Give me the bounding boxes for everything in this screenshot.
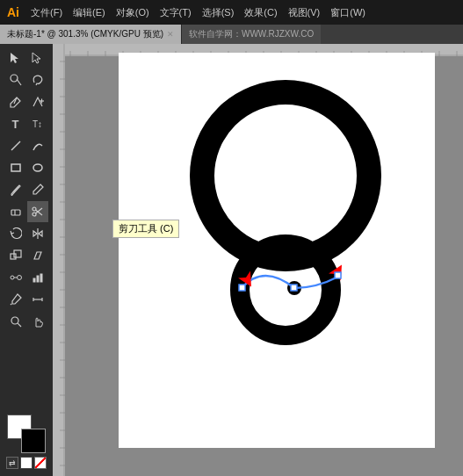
zoom-tool[interactable] bbox=[5, 311, 26, 332]
blend-tool[interactable] bbox=[5, 267, 26, 288]
menu-type[interactable]: 文字(T) bbox=[156, 4, 196, 21]
svg-rect-59 bbox=[53, 44, 65, 476]
pencil-tool[interactable] bbox=[27, 179, 48, 200]
arc-tool[interactable] bbox=[27, 135, 48, 156]
line-tool[interactable] bbox=[5, 135, 26, 156]
svg-rect-25 bbox=[33, 278, 35, 282]
tool-row-11 bbox=[0, 267, 53, 288]
svg-marker-18 bbox=[39, 231, 42, 236]
tab-close-1[interactable]: ✕ bbox=[167, 30, 174, 39]
tab-bar: 未标题-1* @ 301.3% (CMYK/GPU 预览) ✕ 软件自学网：WW… bbox=[0, 25, 463, 44]
canvas-area[interactable]: 剪刀工具 (C) bbox=[53, 44, 463, 476]
pen-tool[interactable] bbox=[5, 91, 26, 112]
reflect-tool[interactable] bbox=[27, 223, 48, 244]
tool-row-3 bbox=[0, 91, 53, 112]
svg-point-3 bbox=[11, 75, 18, 82]
anchor-center bbox=[291, 285, 297, 291]
add-anchor-tool[interactable] bbox=[27, 91, 48, 112]
tab-label-2: 软件自学网：WWW.RJZXW.CO bbox=[189, 28, 314, 40]
tab-document1[interactable]: 未标题-1* @ 301.3% (CMYK/GPU 预览) ✕ bbox=[0, 25, 182, 44]
ellipse-tool[interactable] bbox=[27, 157, 48, 178]
hand-tool[interactable] bbox=[27, 311, 48, 332]
svg-marker-1 bbox=[33, 53, 40, 63]
tool-row-13 bbox=[0, 311, 53, 332]
svg-line-28 bbox=[11, 304, 11, 305]
scissors-tool[interactable] bbox=[27, 201, 48, 222]
svg-point-9 bbox=[33, 164, 42, 171]
svg-line-7 bbox=[11, 141, 20, 150]
menu-edit[interactable]: 编辑(E) bbox=[69, 4, 110, 21]
tool-row-4: T T↕ bbox=[0, 113, 53, 134]
menu-select[interactable]: 选择(S) bbox=[198, 4, 239, 21]
svg-line-33 bbox=[18, 323, 21, 327]
title-bar: Ai 文件(F) 编辑(E) 对象(O) 文字(T) 选择(S) 效果(C) 视… bbox=[0, 0, 463, 25]
tab-document2[interactable]: 软件自学网：WWW.RJZXW.CO bbox=[182, 25, 321, 44]
svg-marker-0 bbox=[11, 53, 18, 63]
tool-row-7 bbox=[0, 179, 53, 200]
rotate-tool[interactable] bbox=[5, 223, 26, 244]
ai-logo: Ai bbox=[7, 5, 19, 19]
svg-rect-10 bbox=[11, 210, 20, 215]
eraser-tool[interactable] bbox=[5, 201, 26, 222]
eyedropper-tool[interactable] bbox=[5, 289, 26, 310]
tool-row-6 bbox=[0, 157, 53, 178]
svg-rect-19 bbox=[11, 254, 16, 259]
svg-point-86 bbox=[202, 92, 369, 259]
tool-row-10 bbox=[0, 245, 53, 266]
no-color-btn[interactable] bbox=[34, 457, 47, 469]
direct-selection-tool[interactable] bbox=[27, 47, 48, 69]
menu-bar: 文件(F) 编辑(E) 对象(O) 文字(T) 选择(S) 效果(C) 视图(V… bbox=[26, 4, 370, 21]
ruler-left bbox=[53, 44, 65, 476]
svg-point-32 bbox=[11, 317, 18, 324]
tool-row-5 bbox=[0, 135, 53, 156]
type-tool[interactable]: T bbox=[5, 113, 26, 134]
tool-row-1 bbox=[0, 47, 53, 69]
menu-effect[interactable]: 效果(C) bbox=[240, 4, 281, 21]
stroke-color[interactable] bbox=[21, 429, 46, 453]
artwork-svg bbox=[119, 53, 435, 448]
svg-rect-27 bbox=[40, 274, 42, 282]
svg-rect-8 bbox=[11, 164, 20, 171]
svg-point-23 bbox=[17, 276, 21, 280]
lasso-tool[interactable] bbox=[27, 69, 48, 90]
menu-window[interactable]: 窗口(W) bbox=[326, 4, 370, 21]
tool-row-8 bbox=[0, 201, 53, 222]
shear-tool[interactable] bbox=[27, 245, 48, 266]
color-tiny-controls: ⇄ bbox=[6, 457, 47, 469]
color-boxes bbox=[7, 415, 46, 453]
selection-tool[interactable] bbox=[5, 47, 26, 69]
tool-row-9 bbox=[0, 223, 53, 244]
anchor-right bbox=[335, 272, 341, 278]
menu-object[interactable]: 对象(O) bbox=[112, 4, 154, 21]
svg-marker-21 bbox=[34, 252, 41, 259]
anchor-left bbox=[239, 285, 245, 291]
tab-label-1: 未标题-1* @ 301.3% (CMYK/GPU 预览) bbox=[7, 28, 163, 40]
rectangle-tool[interactable] bbox=[5, 157, 26, 178]
default-colors-btn[interactable] bbox=[20, 457, 33, 469]
swap-colors-btn[interactable]: ⇄ bbox=[6, 457, 18, 469]
svg-marker-17 bbox=[33, 231, 37, 236]
main-area: T T↕ bbox=[0, 44, 463, 476]
tool-row-2 bbox=[0, 69, 53, 90]
menu-file[interactable]: 文件(F) bbox=[26, 4, 67, 21]
tool-row-12 bbox=[0, 289, 53, 310]
color-area: ⇄ bbox=[3, 411, 50, 472]
paintbrush-tool[interactable] bbox=[5, 179, 26, 200]
graph-tool[interactable] bbox=[27, 267, 48, 288]
measure-tool[interactable] bbox=[27, 289, 48, 310]
svg-point-22 bbox=[11, 276, 14, 279]
touch-type-tool[interactable]: T↕ bbox=[27, 113, 48, 134]
toolbar: T T↕ bbox=[0, 44, 53, 476]
scale-tool[interactable] bbox=[5, 245, 26, 266]
svg-rect-26 bbox=[37, 276, 39, 282]
magic-wand-tool[interactable] bbox=[5, 69, 26, 90]
menu-view[interactable]: 视图(V) bbox=[284, 4, 325, 21]
